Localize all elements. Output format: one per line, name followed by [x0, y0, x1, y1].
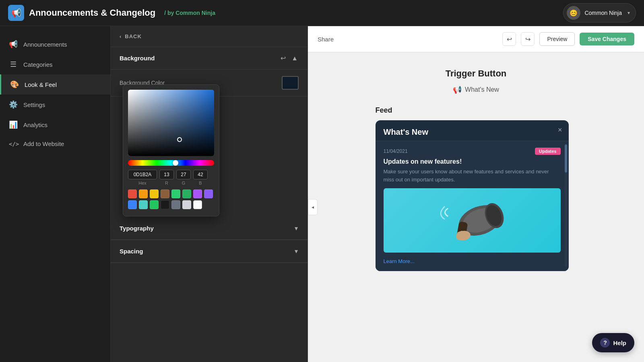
sidebar-item-label: Categories [23, 61, 53, 68]
r-label: R [165, 181, 168, 185]
save-button[interactable]: Save Changes [580, 33, 634, 45]
color-swatches [128, 189, 214, 209]
feed-item-description: Make sure your users know about new feat… [384, 168, 561, 183]
feed-card-close-button[interactable]: × [558, 126, 562, 134]
app-by: / by Common Ninja [164, 10, 215, 16]
add-to-website-icon: </> [9, 141, 18, 147]
preview-toolbar: Share ↩ ↪ Preview Save Changes [308, 26, 644, 52]
preview-button[interactable]: Preview [539, 32, 575, 46]
swatch-lime[interactable] [171, 189, 180, 198]
swatch-purple[interactable] [204, 189, 213, 198]
g-label: G [182, 181, 186, 185]
feed-card-scroll[interactable]: 11/04/2021 Updates Updates on new featur… [376, 137, 569, 271]
categories-icon: ☰ [9, 60, 18, 69]
help-button[interactable]: ? Help [592, 333, 634, 352]
chevron-down-icon: ▾ [627, 10, 630, 16]
swatch-yellow[interactable] [150, 189, 159, 198]
typography-section: Typography ▾ [111, 217, 308, 240]
g-field: G [176, 170, 191, 185]
bg-color-swatch[interactable] [282, 76, 299, 90]
sidebar-item-label: Add to Website [23, 140, 64, 147]
feed-item-meta: 11/04/2021 Updates [384, 148, 561, 155]
back-button[interactable]: ‹ BACK [111, 26, 308, 47]
redo-button[interactable]: ↪ [521, 32, 535, 46]
hue-slider[interactable] [128, 160, 214, 166]
hex-input[interactable] [128, 170, 157, 179]
sidebar-item-add-to-website[interactable]: </> Add to Website [0, 135, 110, 153]
app-logo: 📢 Announcements & Changelog / by Common … [8, 5, 215, 21]
swatch-purple-light[interactable] [193, 189, 202, 198]
r-field: R [159, 170, 174, 185]
help-icon: ? [600, 338, 610, 348]
feed-item-link[interactable]: Learn More... [384, 258, 415, 264]
swatches-row-1 [128, 189, 214, 198]
settings-panel: ‹ BACK Background ↩ ▲ Background Color [111, 26, 308, 362]
swatch-green[interactable] [182, 189, 191, 198]
undo-button[interactable]: ↩ [502, 32, 516, 46]
swatch-blue[interactable] [128, 200, 137, 209]
scrollbar-thumb[interactable] [565, 144, 567, 173]
swatch-teal[interactable] [139, 200, 148, 209]
color-picker[interactable]: Hex R G B [123, 84, 219, 216]
settings-icon: ⚙️ [9, 100, 18, 109]
top-bar: 📢 Announcements & Changelog / by Common … [0, 0, 644, 26]
collapse-handle[interactable]: ◂ [308, 199, 318, 215]
logo-icon: 📢 [8, 5, 24, 21]
reset-icon[interactable]: ↩ [280, 53, 287, 63]
hue-thumb[interactable] [173, 160, 178, 166]
collapse-icon[interactable]: ▲ [291, 54, 299, 63]
megaphone-svg [428, 192, 516, 249]
swatch-green2[interactable] [150, 200, 159, 209]
share-button[interactable]: Share [318, 36, 334, 43]
spacing-section-header: Spacing ▾ [111, 240, 308, 263]
back-label: BACK [125, 33, 142, 39]
user-badge[interactable]: 😊 Common Ninja ▾ [563, 3, 636, 23]
swatch-red[interactable] [128, 189, 137, 198]
trigger-section-title: Trigger Button [446, 68, 507, 79]
help-label: Help [613, 339, 626, 346]
hex-label: Hex [138, 181, 147, 185]
swatch-gray[interactable] [171, 200, 180, 209]
swatch-orange[interactable] [139, 189, 148, 198]
trigger-label: What's New [465, 86, 499, 93]
background-section-header: Background ↩ ▲ [111, 47, 308, 70]
sidebar-item-settings[interactable]: ⚙️ Settings [0, 95, 110, 115]
spacing-controls: ▾ [294, 247, 299, 256]
swatch-black[interactable] [161, 200, 169, 209]
sidebar-item-label: Settings [23, 101, 45, 108]
spacing-expand-icon[interactable]: ▾ [294, 247, 299, 256]
b-input[interactable] [193, 170, 208, 179]
feed-section: Feed What's New × 11/04/2021 Update [376, 106, 577, 271]
typography-expand-icon[interactable]: ▾ [294, 224, 299, 233]
sidebar-item-categories[interactable]: ☰ Categories [0, 54, 110, 74]
color-gradient[interactable] [128, 90, 214, 156]
g-input[interactable] [176, 170, 191, 179]
sidebar-item-announcements[interactable]: 📢 Announcements [0, 34, 110, 54]
r-input[interactable] [159, 170, 174, 179]
sidebar-item-analytics[interactable]: 📊 Analytics [0, 115, 110, 135]
sidebar-item-look-feel[interactable]: 🎨 Look & Feel [0, 74, 110, 95]
undo-icon: ↩ [507, 35, 512, 43]
sidebar-item-label: Analytics [23, 121, 47, 128]
section-controls: ↩ ▲ [280, 53, 299, 63]
redo-icon: ↪ [525, 35, 530, 43]
typography-controls: ▾ [294, 224, 299, 233]
user-name: Common Ninja [584, 10, 622, 16]
analytics-icon: 📊 [9, 120, 18, 129]
swatches-row-2 [128, 200, 214, 209]
swatch-light-gray[interactable] [182, 200, 191, 209]
whats-new-trigger[interactable]: 📢 What's New [453, 85, 499, 94]
trigger-section: Trigger Button 📢 What's New [446, 68, 507, 94]
b-field: B [193, 170, 208, 185]
spacing-section: Spacing ▾ [111, 240, 308, 263]
typography-title: Typography [120, 225, 154, 232]
gradient-inner [128, 90, 214, 156]
close-icon: × [558, 126, 562, 134]
hex-rgb-row: Hex R G B [128, 170, 214, 185]
swatch-brown[interactable] [161, 189, 169, 198]
swatch-white[interactable] [193, 200, 202, 209]
scrollbar-track[interactable] [565, 144, 567, 267]
sidebar-item-label: Announcements [23, 41, 67, 48]
feed-item-date: 11/04/2021 [384, 148, 408, 154]
sidebar: 📢 Announcements ☰ Categories 🎨 Look & Fe… [0, 26, 111, 362]
